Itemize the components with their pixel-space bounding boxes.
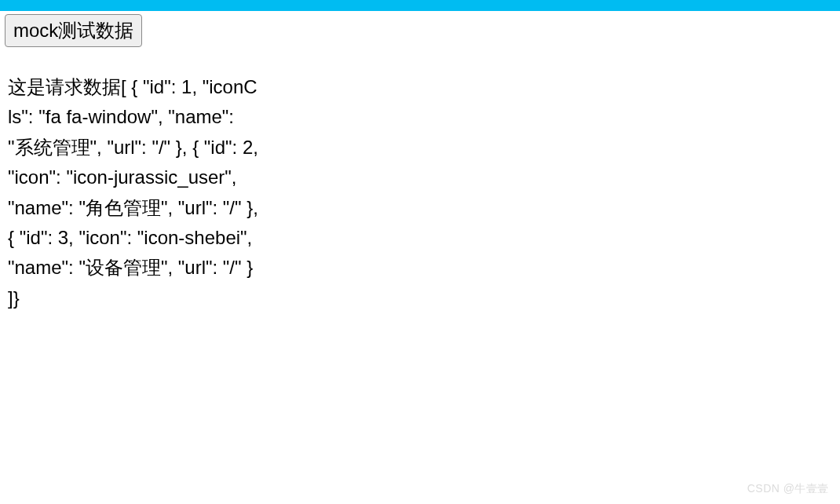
- top-accent-bar: [0, 0, 840, 11]
- content-area: 这是请求数据[ { "id": 1, "iconCls": "fa fa-win…: [0, 50, 267, 313]
- mock-test-data-button[interactable]: mock测试数据: [5, 14, 142, 47]
- request-data-text: 这是请求数据[ { "id": 1, "iconCls": "fa fa-win…: [8, 72, 259, 313]
- watermark-text: CSDN @牛壹壹: [747, 482, 829, 496]
- toolbar: mock测试数据: [0, 11, 840, 50]
